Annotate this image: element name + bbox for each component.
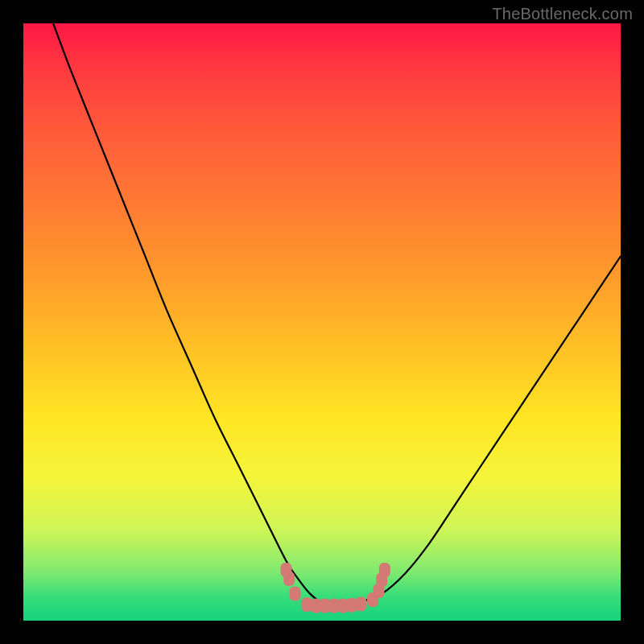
plot-area (23, 23, 621, 621)
watermark-text: TheBottleneck.com (492, 5, 633, 23)
bottleneck-curve (53, 23, 621, 606)
chart-svg (23, 23, 621, 621)
marker-bottom-7 (355, 597, 366, 611)
marker-left-cluster-2 (283, 572, 295, 586)
chart-frame: TheBottleneck.com (0, 0, 644, 644)
bottleneck-markers (280, 563, 390, 613)
marker-right-cluster-4 (379, 563, 390, 577)
marker-left-cluster-3 (290, 587, 301, 601)
